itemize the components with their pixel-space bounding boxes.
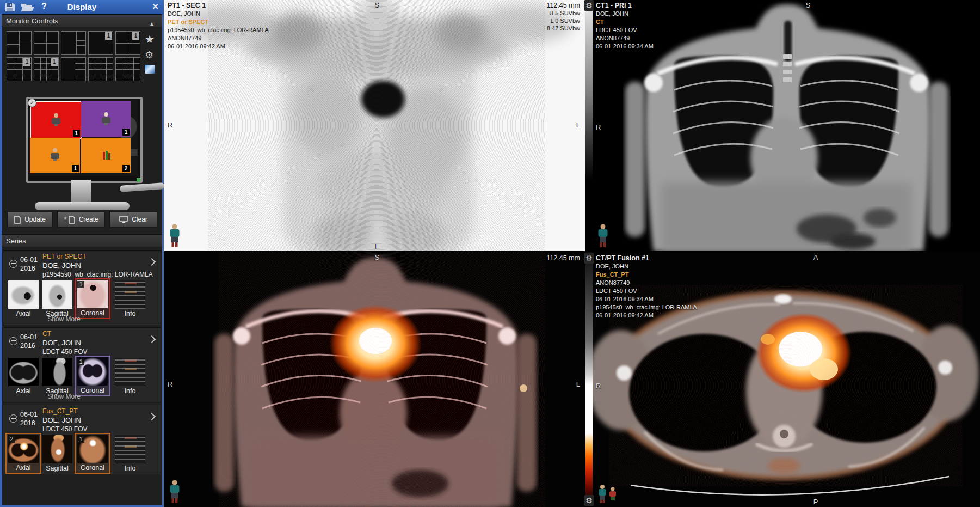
monitor-quadrant-3[interactable]: 1 bbox=[30, 138, 80, 173]
user-icon bbox=[51, 113, 61, 127]
asterisk-icon: * bbox=[64, 215, 66, 224]
viewport-annotation: CT1 - PRI 1 DOE, JOHN CT LDCT 450 FOV AN… bbox=[596, 2, 654, 51]
collapse-series-icon[interactable] bbox=[9, 414, 17, 423]
thumbnail-axial-selected[interactable]: 2 Axial bbox=[5, 433, 41, 474]
collapse-series-icon[interactable] bbox=[9, 260, 17, 268]
update-button[interactable]: Update bbox=[7, 211, 53, 228]
thumbnail-sagittal[interactable]: Sagittal bbox=[40, 435, 74, 472]
viewport-fusion-coronal[interactable]: S 112.45 mm R L bbox=[164, 252, 585, 507]
page-icon bbox=[69, 216, 75, 224]
layout-preset-3[interactable] bbox=[61, 31, 86, 55]
thumbnail-coronal-selected[interactable]: 1 Coronal bbox=[75, 433, 110, 474]
orientation-avatar-icon bbox=[169, 224, 181, 248]
thumbnail-coronal-selected[interactable]: 1 Coronal bbox=[75, 278, 110, 319]
layout-preset-9[interactable] bbox=[88, 57, 113, 81]
display-panel-titlebar[interactable]: ? Display × bbox=[0, 0, 164, 14]
close-icon[interactable]: × bbox=[152, 0, 158, 13]
page-icon bbox=[14, 216, 21, 224]
colorbar-gear-icon[interactable]: ⚙ bbox=[584, 253, 594, 264]
hot-iron-colorbar[interactable] bbox=[585, 252, 593, 507]
quadrant-badge: 2 bbox=[122, 165, 130, 172]
collapse-series-icon[interactable] bbox=[9, 337, 17, 345]
thumbnail-badge: 2 bbox=[8, 436, 15, 443]
orientation-right: R bbox=[168, 121, 172, 129]
hanging-protocol-icon bbox=[102, 150, 112, 161]
collapse-arrow-icon[interactable]: ▲ bbox=[149, 17, 155, 30]
measurement-annotation: 112.45 mm bbox=[546, 254, 580, 262]
series-patient: DOE, JOHN bbox=[42, 416, 81, 424]
series-modality: Fus_CT_PT bbox=[42, 407, 78, 415]
orientation-right: R bbox=[168, 380, 172, 388]
monitor-status-dot bbox=[137, 178, 140, 182]
layout-badge: 1 bbox=[51, 58, 58, 66]
orientation-anterior: A bbox=[813, 253, 818, 261]
create-button[interactable]: * Create bbox=[57, 211, 105, 228]
orientation-superior: S bbox=[375, 1, 380, 9]
orientation-posterior: P bbox=[813, 498, 818, 506]
clear-button[interactable]: Clear bbox=[109, 211, 157, 228]
monitor-preview: 2 1 1 1 bbox=[26, 97, 143, 183]
thumbnail-sagittal[interactable]: Sagittal bbox=[40, 358, 74, 395]
series-patient: DOE, JOHN bbox=[42, 339, 81, 347]
layout-preset-8[interactable] bbox=[61, 57, 86, 81]
quadrant-badge: 1 bbox=[72, 165, 79, 172]
monitor-quadrant-1-selected[interactable]: 1 bbox=[30, 101, 82, 139]
user-icon bbox=[50, 148, 60, 162]
viewport-pet-coronal[interactable]: PT1 - SEC 1 DOE, JOHN PET or SPECT p1954… bbox=[164, 0, 585, 251]
layout-preset-7[interactable]: 1 bbox=[34, 57, 59, 81]
colorbar-gear-icon[interactable]: ⚙ bbox=[584, 0, 594, 11]
layout-badge: 1 bbox=[132, 32, 139, 40]
create-label: Create bbox=[79, 216, 98, 223]
monitor-icon bbox=[119, 216, 128, 223]
series-expand-chevron-icon[interactable] bbox=[148, 335, 156, 343]
monitor-controls-header[interactable]: Monitor Controls ▲ bbox=[2, 14, 162, 27]
viewport-annotation: CT/PT Fusion #1 DOE, JOHN Fus_CT_PT ANON… bbox=[596, 254, 697, 320]
series-patient: DOE, JOHN bbox=[42, 261, 81, 270]
series-item-fusion[interactable]: 06-012016 Fus_CT_PT DOE, JOHN LDCT 450 F… bbox=[3, 405, 161, 474]
thumbnail-axial[interactable]: Axial bbox=[7, 358, 40, 395]
series-expand-chevron-icon[interactable] bbox=[148, 413, 156, 420]
series-expand-chevron-icon[interactable] bbox=[148, 258, 156, 266]
orientation-inferior: I bbox=[375, 242, 377, 251]
colormap-icon[interactable] bbox=[145, 65, 155, 74]
series-description: LDCT 450 FOV bbox=[42, 348, 87, 356]
colorbar-gear-icon[interactable]: ⚙ bbox=[584, 495, 594, 506]
thumbnail-coronal-selected[interactable]: 1 Coronal bbox=[75, 356, 110, 396]
thumbnail-badge: 1 bbox=[77, 358, 84, 365]
thumbnail-sagittal[interactable]: Sagittal bbox=[40, 280, 74, 317]
orientation-right: R bbox=[596, 382, 601, 390]
layout-preset-1[interactable] bbox=[7, 31, 32, 55]
layout-preset-5[interactable]: 1 bbox=[115, 31, 140, 55]
series-description: p19545s0_wb_ctac.img: LOR-RAMLA bbox=[42, 271, 153, 278]
series-item-ct[interactable]: 06-012016 CT DOE, JOHN LDCT 450 FOV Axia… bbox=[3, 327, 161, 402]
layout-preset-2[interactable] bbox=[34, 31, 59, 55]
orientation-superior: S bbox=[375, 253, 380, 261]
viewport-fusion-axial[interactable]: CT/PT Fusion #1 DOE, JOHN Fus_CT_PT ANON… bbox=[593, 252, 980, 507]
monitor-quadrant-4[interactable]: 2 bbox=[81, 138, 131, 173]
fusion-noise-texture bbox=[219, 252, 545, 507]
monitor-stand-base bbox=[35, 202, 130, 210]
layout-preset-4[interactable]: 1 bbox=[88, 31, 113, 55]
orientation-avatar-icons bbox=[597, 484, 619, 504]
favorite-star-icon[interactable]: ★ bbox=[145, 33, 155, 46]
thumbnail-info[interactable]: Info bbox=[113, 280, 147, 317]
layout-preset-6[interactable]: 1 bbox=[7, 57, 32, 81]
clear-label: Clear bbox=[132, 216, 147, 223]
viewport-ct-coronal[interactable]: CT1 - PRI 1 DOE, JOHN CT LDCT 450 FOV AN… bbox=[593, 0, 980, 251]
thumbnail-axial[interactable]: Axial bbox=[7, 280, 40, 317]
grayscale-colorbar[interactable] bbox=[585, 0, 593, 251]
monitor-screen: 2 1 1 1 bbox=[29, 100, 138, 176]
show-more-link[interactable]: Show More bbox=[3, 315, 125, 323]
layout-preset-10[interactable] bbox=[115, 57, 140, 81]
monitor-quadrant-2[interactable]: 1 bbox=[81, 101, 131, 137]
thumbnail-info[interactable]: Info bbox=[113, 435, 147, 472]
settings-gear-icon[interactable]: ⚙ bbox=[145, 49, 153, 61]
thumbnail-badge: 1 bbox=[77, 281, 84, 288]
show-more-link[interactable]: Show More bbox=[3, 393, 125, 400]
viewport-annotation: PT1 - SEC 1 DOE, JOHN PET or SPECT p1954… bbox=[168, 2, 269, 51]
series-item-pet[interactable]: 06-012016 PET or SPECT DOE, JOHN p19545s… bbox=[3, 250, 161, 325]
monitor-stand bbox=[71, 180, 91, 204]
series-date: 06-012016 bbox=[20, 333, 38, 350]
orientation-avatar-icon bbox=[597, 224, 609, 248]
thumbnail-info[interactable]: Info bbox=[113, 358, 147, 395]
